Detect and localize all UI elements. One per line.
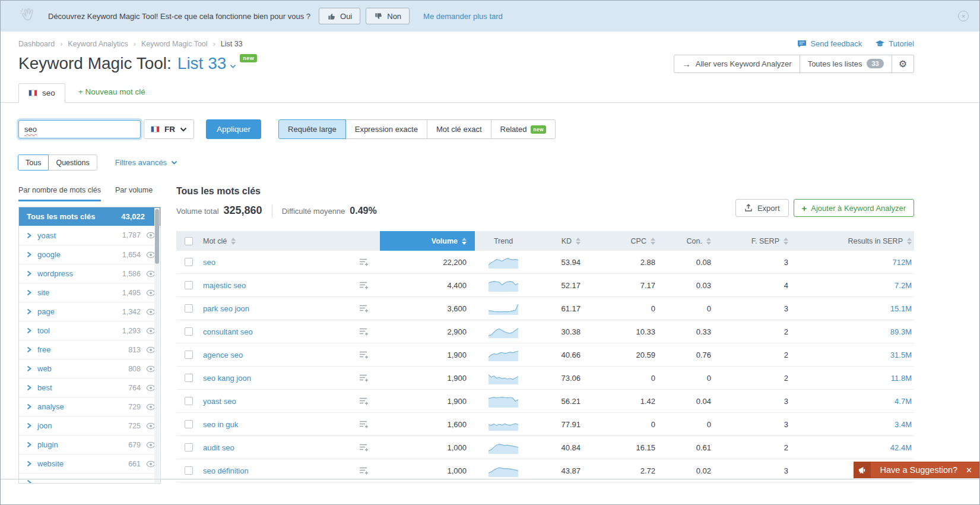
column-header-fserp[interactable]: F. SERP (717, 231, 795, 251)
expand-chevron-icon[interactable] (27, 479, 31, 484)
keyword-group-row[interactable]: yoast1,787 (19, 226, 160, 245)
expand-chevron-icon[interactable] (27, 270, 31, 277)
add-to-list-icon[interactable] (359, 396, 369, 406)
expand-chevron-icon[interactable] (27, 232, 31, 239)
keyword-link[interactable]: seo kang joon (203, 374, 251, 383)
row-checkbox[interactable] (185, 443, 193, 452)
row-checkbox[interactable] (185, 420, 193, 428)
keyword-group-row[interactable]: wordpress1,586 (19, 264, 160, 283)
add-to-list-icon[interactable] (359, 350, 369, 359)
results-link[interactable]: 3.4M (895, 420, 912, 429)
tutorial-link[interactable]: Tutoriel (875, 39, 914, 48)
keyword-group-row[interactable]: free813 (19, 340, 160, 359)
toggle-questions-button[interactable]: Questions (48, 154, 97, 171)
promo-close-icon[interactable]: × (958, 11, 969, 21)
toggle-all-button[interactable]: Tous (18, 154, 49, 171)
keyword-link[interactable]: yoast seo (203, 397, 236, 406)
row-checkbox[interactable] (185, 397, 193, 405)
expand-chevron-icon[interactable] (27, 365, 31, 372)
add-to-list-icon[interactable] (359, 373, 369, 383)
group-label[interactable]: analyse (37, 402, 64, 411)
match-tab-related[interactable]: Related new (491, 119, 556, 139)
expand-chevron-icon[interactable] (27, 384, 31, 391)
group-label[interactable]: site (37, 288, 49, 297)
send-feedback-link[interactable]: Send feedback (797, 39, 862, 48)
expand-chevron-icon[interactable] (27, 327, 31, 334)
results-link[interactable]: 11.8M (891, 374, 912, 383)
ask-later-link[interactable]: Me demander plus tard (423, 12, 503, 21)
keyword-link[interactable]: seo définition (203, 466, 249, 475)
keyword-group-row[interactable]: plugin679 (19, 435, 160, 454)
results-link[interactable]: 712M (892, 258, 912, 267)
column-header-con[interactable]: Con. (661, 231, 717, 251)
group-label[interactable]: plugin (37, 440, 58, 449)
keyword-group-row[interactable]: tool1,293 (19, 321, 160, 340)
keyword-search-input[interactable] (18, 120, 141, 138)
results-link[interactable]: 7.2M (895, 281, 912, 290)
expand-chevron-icon[interactable] (27, 460, 31, 467)
go-to-keyword-analyzer-button[interactable]: → Aller vers Keyword Analyzer (674, 55, 800, 73)
results-link[interactable]: 4.7M (895, 397, 912, 406)
results-link[interactable]: 15.1M (890, 304, 912, 313)
new-keyword-button[interactable]: + Nouveau mot clé (78, 87, 145, 102)
match-tab-broad[interactable]: Requête large (278, 119, 346, 139)
match-tab-exact[interactable]: Mot clé exact (427, 119, 491, 139)
row-checkbox[interactable] (185, 304, 193, 313)
group-label[interactable]: wordpress (37, 269, 73, 278)
row-checkbox[interactable] (185, 351, 193, 359)
group-label[interactable]: best (37, 383, 52, 392)
keyword-link[interactable]: park seo joon (203, 304, 249, 313)
expand-chevron-icon[interactable] (27, 308, 31, 315)
keyword-link[interactable]: seo (203, 258, 215, 267)
row-checkbox[interactable] (185, 258, 193, 266)
keyword-link[interactable]: seo in guk (203, 420, 238, 429)
advanced-filters-link[interactable]: Filtres avancés (115, 158, 177, 167)
add-to-list-icon[interactable] (359, 327, 369, 336)
row-checkbox[interactable] (185, 466, 193, 475)
row-checkbox[interactable] (185, 374, 193, 382)
match-tab-phrase[interactable]: Expression exacte (345, 119, 427, 139)
keyword-link[interactable]: consultant seo (203, 327, 253, 336)
sidebar-scrollbar-thumb[interactable] (155, 209, 159, 264)
keyword-group-row[interactable]: site1,495 (19, 283, 160, 302)
keyword-group-row[interactable]: google1,654 (19, 245, 160, 264)
expand-chevron-icon[interactable] (27, 441, 31, 448)
group-label[interactable]: tool (37, 326, 50, 335)
vote-no-button[interactable]: Non (366, 8, 410, 24)
column-header-results[interactable]: Results in SERP (795, 231, 914, 251)
column-header-volume[interactable]: Volume (380, 231, 475, 251)
group-label[interactable]: google (37, 250, 61, 259)
group-label[interactable]: yoast (37, 231, 56, 240)
add-to-keyword-analyzer-button[interactable]: + Ajouter à Keyword Analyzer (794, 199, 914, 217)
expand-chevron-icon[interactable] (27, 422, 31, 429)
group-label[interactable]: free (37, 345, 50, 354)
keyword-link[interactable]: agence seo (203, 351, 243, 359)
column-header-kd[interactable]: KD (532, 231, 586, 251)
keyword-group-row[interactable] (19, 473, 160, 484)
column-header-trend[interactable]: Trend (475, 231, 532, 251)
keyword-group-row[interactable]: best764 (19, 378, 160, 397)
group-label[interactable]: page (37, 307, 55, 316)
settings-button[interactable]: ⚙ (892, 55, 914, 73)
sidebar-tab-by-volume[interactable]: Par volume (115, 186, 153, 201)
column-header-cpc[interactable]: CPC (586, 231, 661, 251)
expand-chevron-icon[interactable] (27, 403, 31, 410)
breadcrumb-keyword-magic-tool[interactable]: Keyword Magic Tool (141, 40, 221, 48)
add-to-list-icon[interactable] (359, 466, 369, 475)
vote-yes-button[interactable]: Oui (319, 8, 360, 24)
expand-chevron-icon[interactable] (27, 346, 31, 353)
breadcrumb-keyword-analytics[interactable]: Keyword Analytics (68, 40, 141, 48)
results-link[interactable]: 31.5M (890, 351, 912, 359)
suggestion-close-icon[interactable]: ✕ (966, 466, 979, 475)
row-checkbox[interactable] (185, 327, 193, 336)
keyword-group-row[interactable]: analyse729 (19, 397, 160, 416)
keyword-link[interactable]: audit seo (203, 443, 234, 452)
keyword-group-row[interactable]: website661 (19, 454, 160, 473)
keyword-group-row[interactable]: joon725 (19, 416, 160, 435)
group-label[interactable]: website (37, 459, 64, 468)
add-to-list-icon[interactable] (359, 257, 369, 267)
group-label[interactable]: joon (37, 421, 52, 430)
all-keywords-group-row[interactable]: Tous les mots clés 43,022 (19, 207, 160, 226)
keyword-tab-seo[interactable]: seo (18, 83, 65, 103)
results-link[interactable]: 42.4M (890, 443, 912, 452)
